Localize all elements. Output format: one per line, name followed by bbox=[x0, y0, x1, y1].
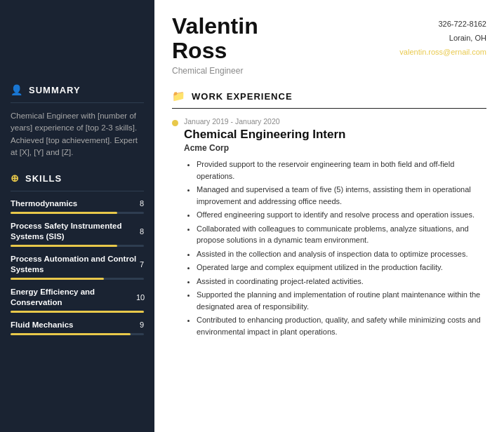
bullet-item: Assisted in the collection and analysis … bbox=[197, 248, 486, 260]
main-content: Valentin Ross Chemical Engineer 326-722-… bbox=[154, 0, 504, 432]
skill-score: 8 bbox=[137, 199, 144, 208]
bullet-item: Contributed to enhancing production, qua… bbox=[197, 314, 486, 337]
summary-divider bbox=[11, 102, 144, 103]
bullet-item: Operated large and complex equipment uti… bbox=[197, 262, 486, 274]
job-entry: January 2019 - January 2020 Chemical Eng… bbox=[172, 117, 486, 339]
summary-text: Chemical Engineer with [number of years]… bbox=[11, 110, 144, 158]
skill-score: 9 bbox=[137, 320, 144, 329]
skill-bar-bg bbox=[11, 333, 144, 335]
job-bullets: Provided support to the reservoir engine… bbox=[184, 158, 486, 337]
skill-bar-bg bbox=[11, 311, 144, 313]
skill-score: 10 bbox=[136, 293, 144, 302]
skill-name: Fluid Mechanics bbox=[11, 320, 73, 330]
skill-header: Thermodynamics 8 bbox=[11, 198, 144, 209]
skill-item: Energy Efficiency and Conservation 10 bbox=[11, 287, 144, 313]
skills-icon: ⊕ bbox=[11, 173, 20, 184]
location: Lorain, OH bbox=[399, 32, 486, 46]
skill-item: Process Safety Instrumented Systems (SIS… bbox=[11, 221, 144, 247]
skill-header: Energy Efficiency and Conservation 10 bbox=[11, 287, 144, 308]
job-title: Chemical Engineer bbox=[172, 66, 258, 76]
bullet-item: Assisted in coordinating project-related… bbox=[197, 276, 486, 288]
skill-bar-bg bbox=[11, 245, 144, 247]
job-title-main: Chemical Engineering Intern bbox=[184, 128, 486, 142]
skill-name: Process Safety Instrumented Systems (SIS… bbox=[11, 221, 137, 242]
skill-header: Fluid Mechanics 9 bbox=[11, 320, 144, 330]
bullet-item: Offered engineering support to identify … bbox=[197, 209, 486, 221]
summary-title: 👤 SUMMARY bbox=[11, 84, 144, 95]
skill-item: Thermodynamics 8 bbox=[11, 198, 144, 214]
full-name: Valentin Ross bbox=[172, 14, 258, 63]
skill-header: Process Automation and Control Systems 7 bbox=[11, 254, 144, 275]
phone: 326-722-8162 bbox=[399, 18, 486, 32]
bullet-item: Collaborated with colleagues to communic… bbox=[197, 223, 486, 246]
skill-bar-bg bbox=[11, 278, 144, 280]
job-header-row: January 2019 - January 2020 Chemical Eng… bbox=[172, 117, 486, 339]
skill-bar-bg bbox=[11, 212, 144, 214]
skill-name: Process Automation and Control Systems bbox=[11, 254, 137, 275]
job-meta: January 2019 - January 2020 Chemical Eng… bbox=[184, 117, 486, 339]
work-experience-title: 📁 WORK EXPERIENCE bbox=[172, 90, 486, 102]
bullet-item: Supported the planning and implementatio… bbox=[197, 289, 486, 312]
work-divider bbox=[172, 108, 486, 109]
skill-score: 7 bbox=[137, 260, 144, 269]
skills-list: Thermodynamics 8 Process Safety Instrume… bbox=[11, 198, 144, 335]
job-company: Acme Corp bbox=[184, 143, 486, 153]
yellow-dot bbox=[172, 120, 178, 126]
skills-divider bbox=[11, 191, 144, 191]
person-icon: 👤 bbox=[11, 84, 23, 95]
skills-title: ⊕ SKILLS bbox=[11, 173, 144, 184]
bullet-item: Managed and supervised a team of five (5… bbox=[197, 184, 486, 207]
bullet-item: Provided support to the reservoir engine… bbox=[197, 158, 486, 182]
sidebar-spacer bbox=[11, 14, 144, 70]
resume-header: Valentin Ross Chemical Engineer 326-722-… bbox=[154, 0, 504, 83]
skill-score: 8 bbox=[137, 227, 144, 236]
skill-bar-fill bbox=[11, 278, 104, 280]
skill-name: Energy Efficiency and Conservation bbox=[11, 287, 136, 308]
skill-header: Process Safety Instrumented Systems (SIS… bbox=[11, 221, 144, 242]
jobs-list: January 2019 - January 2020 Chemical Eng… bbox=[172, 117, 486, 339]
contact-block: 326-722-8162 Lorain, OH valentin.ross@er… bbox=[399, 14, 486, 76]
work-section: 📁 WORK EXPERIENCE January 2019 - January… bbox=[154, 83, 504, 432]
summary-section: 👤 SUMMARY Chemical Engineer with [number… bbox=[11, 84, 144, 158]
skill-bar-fill bbox=[11, 333, 131, 335]
skill-bar-fill bbox=[11, 212, 117, 214]
sidebar: 👤 SUMMARY Chemical Engineer with [number… bbox=[0, 0, 154, 432]
skill-bar-fill bbox=[11, 311, 144, 313]
email: valentin.ross@ernail.com bbox=[399, 46, 486, 60]
name-block: Valentin Ross Chemical Engineer bbox=[172, 14, 258, 76]
skills-section: ⊕ SKILLS Thermodynamics 8 Process Safety… bbox=[11, 173, 144, 335]
skill-name: Thermodynamics bbox=[11, 198, 77, 209]
skill-item: Fluid Mechanics 9 bbox=[11, 320, 144, 335]
skill-bar-fill bbox=[11, 245, 117, 247]
briefcase-icon: 📁 bbox=[172, 90, 186, 102]
skill-item: Process Automation and Control Systems 7 bbox=[11, 254, 144, 280]
job-date: January 2019 - January 2020 bbox=[184, 117, 486, 126]
